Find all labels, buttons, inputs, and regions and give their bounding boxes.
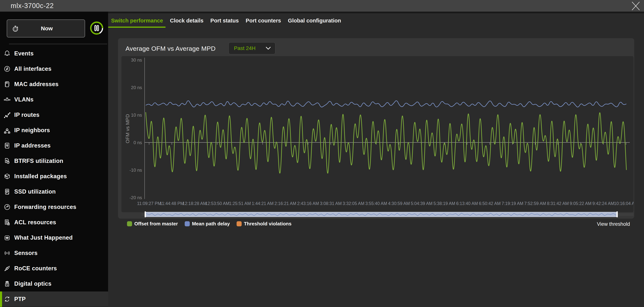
legend-label: Offset from master: [134, 221, 178, 227]
svg-text:12:53:50 AM: 12:53:50 AM: [205, 201, 229, 206]
sidebar-item-digital-optics[interactable]: Digital optics: [0, 276, 108, 292]
svg-text:5:04:39 AM: 5:04:39 AM: [411, 201, 432, 206]
sidebar-item-label: All interfaces: [14, 65, 52, 72]
sidebar-divider: [9, 44, 107, 44]
sidebar-item-label: PTP: [14, 296, 26, 303]
eye-box-icon: [0, 234, 14, 242]
legend-swatch: [236, 221, 242, 226]
tab-global-configuration[interactable]: Global configuration: [288, 17, 341, 24]
chart-brush-scrollbar[interactable]: [144, 211, 618, 218]
doc-info-icon: [0, 157, 14, 165]
svg-text:11:44:48 PM: 11:44:48 PM: [160, 201, 184, 206]
legend-item-offset-from-master[interactable]: Offset from master: [127, 221, 178, 227]
route-graph-icon: [0, 111, 14, 119]
plot-panel: 30 ns20 ns10 ns0 ns-10 ns-20 nsOFM vs MP…: [122, 56, 634, 212]
legend-item-threshold-violations[interactable]: Threshold violations: [236, 221, 292, 227]
sidebar-item-ip-addresses[interactable]: IP addresses: [0, 138, 108, 153]
sidebar-item-events[interactable]: Events: [0, 46, 108, 61]
svg-text:3:55:40 AM: 3:55:40 AM: [365, 201, 387, 206]
legend-swatch: [127, 221, 132, 226]
sidebar-item-label: MAC addresses: [14, 81, 59, 88]
sidebar-item-btrfs-utilization[interactable]: BTRFS utilization: [0, 153, 108, 169]
sidebar-item-label: IP routes: [14, 112, 40, 118]
sidebar-item-label: IP addresses: [14, 142, 50, 149]
svg-text:1:25:51 AM: 1:25:51 AM: [229, 201, 251, 206]
sidebar-item-roce-counters[interactable]: RoCE counters: [0, 261, 108, 276]
sidebar-item-ptp[interactable]: PTP: [0, 292, 108, 307]
forward-circle-icon: [0, 203, 14, 211]
sidebar-item-vlans[interactable]: VLANs: [0, 92, 108, 107]
tab-port-counters[interactable]: Port counters: [246, 17, 281, 24]
legend-label: Mean path delay: [192, 221, 230, 227]
svg-text:8:31:42 AM: 8:31:42 AM: [547, 201, 569, 206]
time-range-value: Past 24H: [234, 45, 256, 51]
package-icon: [0, 172, 14, 180]
svg-text:30 ns: 30 ns: [131, 57, 142, 62]
signal-waves-icon: [0, 249, 14, 257]
app-window: mlx-3700c-22 Now: [0, 0, 644, 307]
address-book-icon: [0, 80, 14, 88]
chart-title: Average OFM vs Average MPD: [126, 45, 216, 52]
tab-switch-performance[interactable]: Switch performance: [111, 17, 163, 24]
svg-text:1:44:21 AM: 1:44:21 AM: [252, 201, 274, 206]
sidebar-item-what-just-happened[interactable]: What Just Happened: [0, 230, 108, 245]
sidebar-item-ip-routes[interactable]: IP routes: [0, 107, 108, 123]
legend-item-mean-path-delay[interactable]: Mean path delay: [185, 221, 230, 227]
tab-clock-details[interactable]: Clock details: [170, 17, 204, 24]
svg-text:7:19:19 AM: 7:19:19 AM: [502, 201, 523, 206]
now-button-label: Now: [20, 25, 74, 32]
sidebar-item-acl-resources[interactable]: ACL resources: [0, 215, 108, 230]
svg-text:9:42:24 AM: 9:42:24 AM: [592, 201, 614, 206]
svg-text:OFM vs MPD: OFM vs MPD: [125, 114, 130, 143]
ofm-mpd-chart: 30 ns20 ns10 ns0 ns-10 ns-20 nsOFM vs MP…: [122, 56, 634, 212]
interfaces-icon: [0, 65, 14, 73]
time-range-dropdown[interactable]: Past 24H: [228, 42, 275, 54]
sidebar-item-sensors[interactable]: Sensors: [0, 245, 108, 261]
pause-refresh-button[interactable]: [90, 21, 104, 35]
sidebar-item-label: RoCE counters: [14, 265, 57, 272]
legend-label: Threshold violations: [244, 221, 292, 227]
sidebar-item-mac-addresses[interactable]: MAC addresses: [0, 77, 108, 92]
sidebar-item-forwarding-resources[interactable]: Forwarding resources: [0, 199, 108, 215]
sidebar-item-label: Sensors: [14, 250, 38, 257]
tab-bar: Switch performanceClock detailsPort stat…: [108, 13, 644, 28]
chart-card: Average OFM vs Average MPD Past 24H 30 n…: [118, 38, 634, 219]
doc-lock-icon: [0, 219, 14, 226]
active-tab-underline: [108, 26, 166, 28]
sidebar-item-label: ACL resources: [14, 219, 56, 226]
sidebar-item-label: Events: [14, 50, 34, 57]
sidebar-item-label: What Just Happened: [14, 234, 73, 241]
sync-arrows-icon: [0, 295, 14, 303]
now-button[interactable]: Now: [7, 19, 85, 37]
svg-text:9:05:22 AM: 9:05:22 AM: [570, 201, 591, 206]
bell-icon: [0, 50, 14, 57]
svg-text:-10 ns: -10 ns: [130, 168, 142, 173]
sidebar-item-installed-packages[interactable]: Installed packages: [0, 169, 108, 184]
svg-text:7:52:59 AM: 7:52:59 AM: [524, 201, 546, 206]
vlan-node-icon: [0, 96, 14, 103]
svg-text:11:09:27 PM: 11:09:27 PM: [137, 201, 161, 206]
svg-text:-20 ns: -20 ns: [130, 195, 142, 200]
sidebar-nav: Events All interfaces MAC addresses VLAN…: [0, 46, 108, 307]
close-icon[interactable]: [630, 1, 641, 11]
svg-text:12:18:28 AM: 12:18:28 AM: [182, 201, 206, 206]
svg-text:3:08:31 AM: 3:08:31 AM: [320, 201, 342, 206]
svg-text:20 ns: 20 ns: [131, 85, 142, 90]
tab-port-status[interactable]: Port status: [210, 17, 239, 24]
legend-swatch: [185, 221, 190, 226]
sidebar-item-all-interfaces[interactable]: All interfaces: [0, 61, 108, 77]
sidebar: Now Events All interfaces MAC addresses …: [0, 11, 108, 307]
svg-text:10:16:04 AM: 10:16:04 AM: [614, 201, 634, 206]
chart-legend: Offset from master Mean path delay Thres…: [127, 221, 292, 227]
sidebar-item-label: BTRFS utilization: [14, 158, 63, 164]
disk-icon: [0, 188, 14, 196]
view-threshold-link[interactable]: View threshold: [597, 221, 630, 227]
title-bar: mlx-3700c-22: [0, 0, 644, 11]
sidebar-item-ssd-utilization[interactable]: SSD utilization: [0, 184, 108, 199]
svg-text:2:16:21 AM: 2:16:21 AM: [274, 201, 296, 206]
sidebar-item-label: SSD utilization: [14, 188, 56, 195]
svg-text:6:50:42 AM: 6:50:42 AM: [479, 201, 500, 206]
sidebar-item-ip-neighbors[interactable]: IP neighbors: [0, 123, 108, 138]
stopwatch-icon: [11, 24, 20, 32]
svg-text:10 ns: 10 ns: [131, 112, 142, 118]
